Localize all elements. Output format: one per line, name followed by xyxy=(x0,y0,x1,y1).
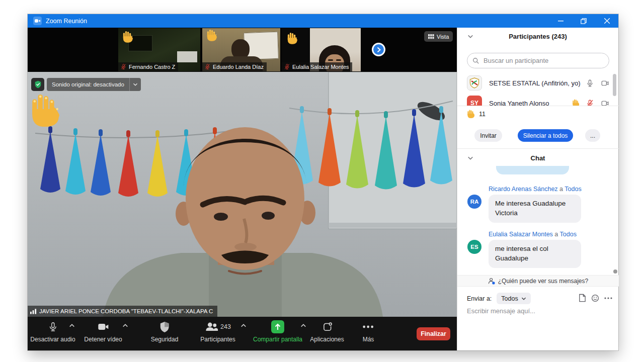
more-button[interactable]: Más xyxy=(363,320,374,343)
chat-message-header: Eulalia Salazar Montes a Todos xyxy=(489,231,577,238)
emoji-icon[interactable] xyxy=(591,294,599,302)
participant-search[interactable] xyxy=(467,53,609,68)
camera-icon xyxy=(97,321,109,333)
participant-row[interactable]: SY Sonia Yaneth Alonso xyxy=(457,93,619,106)
chevron-down-icon xyxy=(521,297,526,300)
chat-avatar: ES xyxy=(467,240,481,254)
video-thumbnail[interactable]: Eulalia Salazar Montes xyxy=(282,28,361,71)
participant-row[interactable]: SETSE ESTATAL (Anfitrión, yo) xyxy=(457,73,619,93)
apps-button[interactable]: Aplicaciones xyxy=(310,320,344,343)
participants-header: Participantes (243) xyxy=(457,28,618,48)
chat-message-bubble: Me interesa Guadalupe Victoria xyxy=(489,195,581,223)
mic-muted-icon xyxy=(586,99,594,106)
share-screen-button[interactable]: Compartir pantalla xyxy=(253,320,302,343)
chat-bubble-partial xyxy=(496,166,569,174)
shield-icon xyxy=(159,321,170,333)
signal-strength-icon xyxy=(30,308,37,314)
raised-hands-counter: 11 xyxy=(467,110,486,118)
video-thumbnail[interactable]: Eduardo Landa Díaz xyxy=(202,28,280,71)
chat-message-bubble: me interesa el col Guadalupe xyxy=(489,240,581,268)
participant-name-label: Eulalia Salazar Montes xyxy=(292,64,349,70)
view-button-label: Vista xyxy=(437,34,449,40)
security-button[interactable]: Seguridad xyxy=(151,320,179,343)
search-icon xyxy=(472,57,479,64)
participant-avatar: SY xyxy=(467,96,482,106)
view-button[interactable]: Vista xyxy=(424,31,453,42)
participants-button[interactable]: 243 Participantes xyxy=(200,320,235,343)
thumb3-eyebrow xyxy=(336,59,341,61)
raised-hand-icon xyxy=(122,31,133,43)
participants-icon xyxy=(205,321,218,332)
title-bar: Zoom Reunión xyxy=(28,14,618,28)
camera-on-icon xyxy=(600,79,610,87)
participant-name: Sonia Yaneth Alonso xyxy=(489,100,572,106)
meeting-toolbar: Desactivar audio Detener vídeo Seguridad xyxy=(28,317,457,350)
grid-view-icon xyxy=(428,34,434,39)
mute-all-button[interactable]: Silenciar a todos xyxy=(518,129,573,142)
original-sound-toggle[interactable]: Sonido original: desactivado xyxy=(47,78,141,91)
main-speaker-video[interactable]: Sonido original: desactivado JAVIER ARIE… xyxy=(28,72,457,317)
mic-on-icon xyxy=(586,79,594,87)
original-sound-label: Sonido original: desactivado xyxy=(47,81,129,87)
participants-scrollbar[interactable] xyxy=(613,74,616,96)
divider xyxy=(457,106,619,106)
minimize-button[interactable] xyxy=(549,14,572,28)
participants-more-button[interactable]: ... xyxy=(585,129,600,142)
chat-avatar: RA xyxy=(467,195,481,209)
video-options-chevron[interactable] xyxy=(122,324,128,327)
window-title: Zoom Reunión xyxy=(46,18,87,25)
more-dots-icon xyxy=(363,325,374,328)
camera-on-icon xyxy=(600,99,610,106)
participant-list[interactable]: SETSE ESTATAL (Anfitrión, yo) SY Sonia Y… xyxy=(457,73,619,106)
chat-scrollbar[interactable] xyxy=(613,269,617,274)
microphone-icon xyxy=(48,321,58,333)
participants-options-chevron[interactable] xyxy=(240,324,247,327)
main-video-scene xyxy=(28,72,457,317)
chat-actions xyxy=(579,294,612,302)
send-to-label: Enviar a: xyxy=(467,295,492,302)
chat-message-header: Ricardo Arenas Sánchez a Todos xyxy=(489,186,582,193)
invite-button[interactable]: Invitar xyxy=(474,129,502,142)
speaker-name-label: JAVIER ARIEL PONCE CORDOBA "TEBAEV-TLALC… xyxy=(28,306,217,317)
video-area: Fernando Castro Z Eduardo Landa Díaz xyxy=(28,28,457,350)
muted-mic-icon xyxy=(204,63,211,70)
participants-count: 243 xyxy=(220,323,231,330)
send-to-row: Enviar a: Todos xyxy=(467,293,531,304)
stop-video-button[interactable]: Detener vídeo xyxy=(84,320,122,343)
end-meeting-button[interactable]: Finalizar xyxy=(417,327,450,340)
person-privacy-icon xyxy=(488,278,495,285)
participants-title: Participantes (243) xyxy=(457,33,618,40)
file-icon[interactable] xyxy=(579,294,586,302)
divider xyxy=(457,148,619,149)
send-to-dropdown[interactable]: Todos xyxy=(497,293,530,304)
security-shield-badge xyxy=(31,78,44,91)
search-input[interactable] xyxy=(482,56,604,65)
participant-avatar-logo xyxy=(467,75,482,90)
screenshot-root: Zoom Reunión xyxy=(0,0,644,362)
restore-button[interactable] xyxy=(572,14,595,28)
chat-privacy-note[interactable]: ¿Quién puede ver sus mensajes? xyxy=(457,275,619,287)
original-sound-dropdown[interactable] xyxy=(129,78,141,91)
apps-icon xyxy=(321,321,333,332)
raised-hand-icon xyxy=(206,29,217,41)
thumb1-paper xyxy=(177,51,197,62)
gallery-filmstrip: Fernando Castro Z Eduardo Landa Díaz xyxy=(28,28,457,72)
chat-recipient: Todos xyxy=(565,186,581,193)
raised-hand-icon xyxy=(287,32,298,44)
participant-name-label: Fernando Castro Z xyxy=(129,64,175,70)
audio-options-chevron[interactable] xyxy=(69,324,75,327)
thumb3-eyebrow xyxy=(328,59,333,61)
chat-title: Chat xyxy=(457,154,618,162)
raised-hand-icon xyxy=(467,110,475,118)
chat-sender: Eulalia Salazar Montes xyxy=(489,231,553,238)
close-button[interactable] xyxy=(595,14,618,28)
raised-hand-icon xyxy=(572,99,580,106)
next-page-button[interactable] xyxy=(372,43,385,56)
chat-sender: Ricardo Arenas Sánchez xyxy=(489,186,558,193)
chat-more-icon[interactable] xyxy=(604,297,612,299)
share-options-chevron[interactable] xyxy=(300,324,306,327)
chat-input[interactable]: Escribir mensaje aquí... xyxy=(467,307,535,315)
video-thumbnail[interactable]: Fernando Castro Z xyxy=(118,28,200,71)
raised-hand-icon xyxy=(30,92,61,128)
zoom-app-icon xyxy=(33,17,42,25)
